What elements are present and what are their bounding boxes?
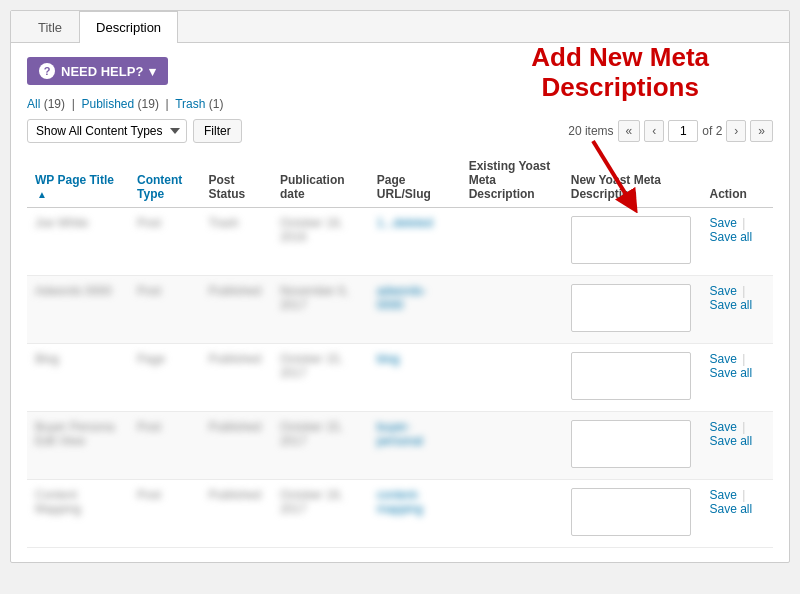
col-header-url: Page URL/Slug <box>369 153 461 208</box>
col-header-action: Action <box>702 153 774 208</box>
cell-action: Save | Save all <box>702 208 774 276</box>
filter-button[interactable]: Filter <box>193 119 242 143</box>
cell-pub-date: October 19, 2016 <box>272 208 369 276</box>
cell-content-type: Post <box>129 208 200 276</box>
col-header-content-type[interactable]: Content Type <box>129 153 200 208</box>
cell-url[interactable]: adwords-0000 <box>369 276 461 344</box>
pagination: 20 items « ‹ of 2 › » <box>568 120 773 142</box>
cell-wp-title: Joe White <box>27 208 129 276</box>
filter-row: All (19) | Published (19) | Trash (1) <box>27 97 773 111</box>
tab-description[interactable]: Description <box>79 11 178 43</box>
filter-all-count: (19) <box>44 97 65 111</box>
col-header-existing: Existing Yoast Meta Description <box>461 153 563 208</box>
cell-existing <box>461 344 563 412</box>
cell-existing <box>461 208 563 276</box>
cell-wp-title: Blog <box>27 344 129 412</box>
filter-published-count: (19) <box>138 97 159 111</box>
cell-url[interactable]: buyer-personal <box>369 412 461 480</box>
table-row: Joe White Post Trash October 19, 2016 1.… <box>27 208 773 276</box>
filter-trash-count: (1) <box>209 97 224 111</box>
cell-pub-date: November 6, 2017 <box>272 276 369 344</box>
main-panel: Title Description Add New Meta Descripti… <box>10 10 790 563</box>
cell-url[interactable]: blog <box>369 344 461 412</box>
cell-new <box>563 276 702 344</box>
sort-arrow-icon: ▲ <box>37 189 47 200</box>
save-all-link[interactable]: Save all <box>710 502 753 516</box>
cell-pub-date: October 15, 2017 <box>272 344 369 412</box>
table-row: Buyer Persona Edit View Post Published O… <box>27 412 773 480</box>
pag-next-button[interactable]: › <box>726 120 746 142</box>
filter-links: All (19) | Published (19) | Trash (1) <box>27 97 223 111</box>
filter-trash-link[interactable]: Trash <box>175 97 205 111</box>
table-row: Blog Page Published October 15, 2017 blo… <box>27 344 773 412</box>
cell-content-type: Post <box>129 276 200 344</box>
cell-action: Save | Save all <box>702 344 774 412</box>
subfilter-left: Show All Content Types Filter <box>27 119 242 143</box>
cell-new <box>563 412 702 480</box>
pag-prev-button[interactable]: ‹ <box>644 120 664 142</box>
cell-content-type: Post <box>129 412 200 480</box>
cell-wp-title: Buyer Persona Edit View <box>27 412 129 480</box>
save-link[interactable]: Save <box>710 284 737 298</box>
cell-wp-title: Content Mapping <box>27 480 129 548</box>
cell-post-status: Trash <box>200 208 271 276</box>
data-table: WP Page Title ▲ Content Type Post Status… <box>27 153 773 548</box>
filter-published-link[interactable]: Published <box>81 97 134 111</box>
cell-post-status: Published <box>200 276 271 344</box>
tab-title[interactable]: Title <box>21 11 79 43</box>
cell-post-status: Published <box>200 412 271 480</box>
save-link[interactable]: Save <box>710 420 737 434</box>
save-all-link[interactable]: Save all <box>710 298 753 312</box>
save-link[interactable]: Save <box>710 216 737 230</box>
pag-last-button[interactable]: » <box>750 120 773 142</box>
save-all-link[interactable]: Save all <box>710 230 753 244</box>
help-button[interactable]: ? NEED HELP? ▾ <box>27 57 168 85</box>
cell-existing <box>461 412 563 480</box>
subfilter-row: Show All Content Types Filter 20 items «… <box>27 119 773 143</box>
question-icon: ? <box>39 63 55 79</box>
cell-existing <box>461 276 563 344</box>
cell-post-status: Published <box>200 480 271 548</box>
table-row: Adwords 0000 Post Published November 6, … <box>27 276 773 344</box>
cell-new <box>563 344 702 412</box>
pag-first-button[interactable]: « <box>618 120 641 142</box>
cell-pub-date: October 19, 2017 <box>272 480 369 548</box>
help-label: NEED HELP? <box>61 64 143 79</box>
table-row: Content Mapping Post Published October 1… <box>27 480 773 548</box>
tabs-bar: Title Description <box>11 11 789 43</box>
cell-action: Save | Save all <box>702 480 774 548</box>
cell-content-type: Post <box>129 480 200 548</box>
save-link[interactable]: Save <box>710 352 737 366</box>
cell-pub-date: October 15, 2017 <box>272 412 369 480</box>
filter-all-link[interactable]: All <box>27 97 40 111</box>
col-header-new: New Yoast Meta Description <box>563 153 702 208</box>
new-meta-textarea[interactable] <box>571 352 691 400</box>
content-area: Add New Meta Descriptions ? NEED HELP? ▾… <box>11 43 789 562</box>
cell-new <box>563 208 702 276</box>
pag-of-total: of 2 <box>702 124 722 138</box>
cell-wp-title: Adwords 0000 <box>27 276 129 344</box>
col-header-pub-date[interactable]: Publication date <box>272 153 369 208</box>
save-link[interactable]: Save <box>710 488 737 502</box>
cell-action: Save | Save all <box>702 412 774 480</box>
content-type-dropdown[interactable]: Show All Content Types <box>27 119 187 143</box>
cell-content-type: Page <box>129 344 200 412</box>
help-bar: ? NEED HELP? ▾ <box>27 57 773 85</box>
save-all-link[interactable]: Save all <box>710 366 753 380</box>
col-header-post-status[interactable]: Post Status <box>200 153 271 208</box>
save-all-link[interactable]: Save all <box>710 434 753 448</box>
new-meta-textarea[interactable] <box>571 284 691 332</box>
new-meta-textarea[interactable] <box>571 420 691 468</box>
pag-page-input[interactable] <box>668 120 698 142</box>
new-meta-textarea[interactable] <box>571 216 691 264</box>
col-header-wp-title[interactable]: WP Page Title ▲ <box>27 153 129 208</box>
cell-new <box>563 480 702 548</box>
cell-existing <box>461 480 563 548</box>
chevron-down-icon: ▾ <box>149 64 156 79</box>
items-count: 20 items <box>568 124 613 138</box>
cell-action: Save | Save all <box>702 276 774 344</box>
cell-url[interactable]: content-mapping <box>369 480 461 548</box>
cell-url[interactable]: 1...deleted <box>369 208 461 276</box>
cell-post-status: Published <box>200 344 271 412</box>
new-meta-textarea[interactable] <box>571 488 691 536</box>
